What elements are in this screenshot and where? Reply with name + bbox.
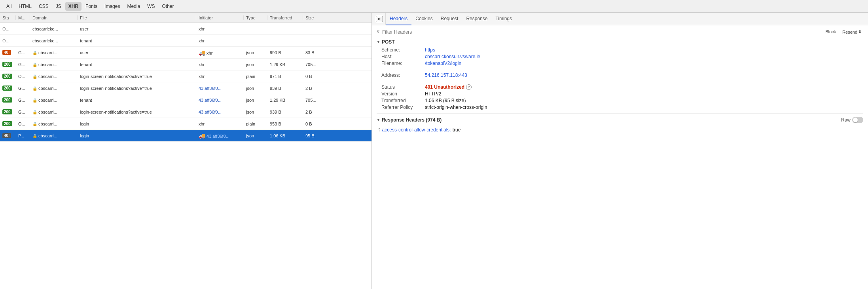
cell-file: user [78,27,196,31]
lock-icon: 🔒 [32,63,37,67]
detail-row-referrer-policy: Referrer Policy strict-origin-when-cross… [377,105,863,110]
col-header-method: M... [16,15,30,20]
filter-item-ws[interactable]: WS [144,2,158,11]
cell-transferred: 1.06 KB [267,133,303,138]
initiator-link[interactable]: 43.aff36f0... [199,110,222,114]
response-section-header[interactable]: ▼ Response Headers (974 B) Raw [377,113,863,123]
initiator-link[interactable]: 43.aff36f0... [207,134,229,139]
table-row[interactable]: O...cbscarricko...tenantxhr [0,35,371,47]
lock-icon: 🔒 [32,134,37,138]
cell-domain: 🔒 cbscarri... [30,110,78,114]
cell-status: 200 [0,109,16,114]
tab-cookies[interactable]: Cookies [411,13,436,25]
panel-toggle[interactable]: ▶ [373,13,386,25]
tab-headers[interactable]: Headers [386,13,411,25]
initiator-link[interactable]: 43.aff36f0... [199,98,222,103]
status-badge: 200 [2,86,12,91]
status-badge: 200 [2,109,12,114]
cell-initiator: xhr [196,74,244,79]
response-headers-title: Response Headers (974 B) [382,117,442,123]
cell-status: O... [0,27,16,31]
cell-file: login [78,133,196,138]
filter-bar: AllHTMLCSSJSXHRFontsImagesMediaWSOther [0,0,868,13]
cell-domain: cbscarricko... [30,27,78,31]
raw-toggle[interactable] [852,117,863,123]
filter-item-css[interactable]: CSS [36,2,52,11]
table-row[interactable]: 40!G...🔒 cbscarri...user🚚 xhrjson990 B83… [0,47,371,59]
cell-file: tenant [78,38,196,43]
table-row[interactable]: O...cbscarricko...userxhr [0,23,371,35]
filter-item-media[interactable]: Media [124,2,143,11]
access-control-value: true [453,127,461,133]
filter-headers-input[interactable] [382,29,821,35]
cell-transferred: 971 B [267,74,303,79]
cell-type: json [244,86,267,91]
response-triangle-icon: ▼ [377,118,380,122]
cell-file: login-screen-notifications?active=true [78,110,196,114]
cell-initiator: xhr [196,122,244,126]
col-header-transferred: Transferred [267,15,303,20]
cell-type: json [244,133,267,138]
filter-item-xhr[interactable]: XHR [65,2,81,11]
col-header-initiator: Initiator [196,15,244,20]
status-badge: 200 [2,121,12,126]
access-control-label[interactable]: access-control-allow-credentials: [382,127,451,133]
filter-item-html[interactable]: HTML [15,2,35,11]
detail-content: ⊽ Block Resend ⬇ ▼ POST Scheme: https [372,25,868,289]
cell-file: tenant [78,62,196,67]
detail-row-status: Status 401 Unauthorized ? [377,84,863,90]
table-row[interactable]: 200G...🔒 cbscarri...tenantxhrjson1.29 KB… [0,59,371,70]
triangle-icon: ▼ [377,40,380,44]
tab-timings[interactable]: Timings [491,13,516,25]
status-help-icon[interactable]: ? [466,84,472,90]
table-row[interactable]: 200O...🔒 cbscarri...login-screen-notific… [0,70,371,82]
resend-button[interactable]: Resend ⬇ [841,29,863,35]
cell-method: G... [16,50,30,55]
cell-size: 95 B [303,133,331,138]
cell-type: json [244,110,267,114]
cell-initiator: 🚚 43.aff36f0... [196,133,244,139]
cell-domain: 🔒 cbscarri... [30,133,78,138]
table-row[interactable]: 200G...🔒 cbscarri...tenant43.aff36f0...j… [0,94,371,106]
cell-domain: 🔒 cbscarri... [30,62,78,67]
cell-domain: 🔒 cbscarri... [30,74,78,79]
question-icon: ? [378,128,381,132]
filter-item-other[interactable]: Other [159,2,177,11]
table-row[interactable]: 200O...🔒 cbscarri...loginxhrplain953 B0 … [0,118,371,130]
tab-request[interactable]: Request [437,13,462,25]
tab-response[interactable]: Response [462,13,491,25]
lock-icon: 🔒 [32,86,37,91]
cell-size: 83 B [303,50,331,55]
table-row[interactable]: 40!P...🔒 cbscarri...login🚚 43.aff36f0...… [0,130,371,142]
status-badge: 40! [2,50,11,55]
block-button[interactable]: Block [824,29,838,35]
cell-method: O... [16,74,30,79]
cell-domain: 🔒 cbscarri... [30,86,78,91]
cell-type: plain [244,74,267,79]
lock-icon: 🔒 [32,122,37,126]
filter-item-fonts[interactable]: Fonts [82,2,100,11]
detail-row-host: Host: cbscarrickonsuir.vsware.ie [377,54,863,59]
cell-type: json [244,62,267,67]
col-header-type: Type [244,15,267,20]
initiator-link[interactable]: 43.aff36f0... [199,86,222,91]
cell-initiator: 🚚 xhr [196,49,244,56]
filter-actions: Block Resend ⬇ [824,29,863,35]
cell-status: 200 [0,97,16,103]
cell-method: G... [16,98,30,103]
cell-domain: 🔒 cbscarri... [30,122,78,126]
raw-label: Raw [841,117,851,123]
filter-row: ⊽ Block Resend ⬇ [377,29,863,35]
table-row[interactable]: 200G...🔒 cbscarri...login-screen-notific… [0,82,371,94]
cell-method: G... [16,86,30,91]
filter-item-images[interactable]: Images [101,2,123,11]
detail-tabs: ▶ HeadersCookiesRequestResponseTimings [372,13,868,25]
general-section-header[interactable]: ▼ POST [377,39,863,45]
filter-item-all[interactable]: All [3,2,15,11]
detail-row-transferred: Transferred 1.06 KB (95 B size) [377,98,863,103]
table-row[interactable]: 200G...🔒 cbscarri...login-screen-notific… [0,106,371,118]
cell-size: 0 B [303,74,331,79]
cell-initiator: 43.aff36f0... [196,98,244,103]
response-section-right: Raw [841,117,863,123]
filter-item-js[interactable]: JS [53,2,64,11]
